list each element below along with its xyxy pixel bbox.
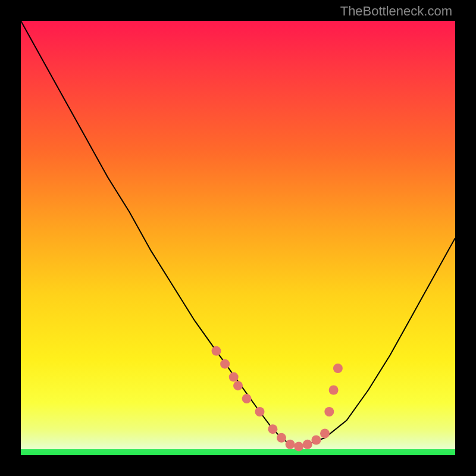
bottleneck-curve-svg xyxy=(21,21,455,455)
watermark-text: TheBottleneck.com xyxy=(0,4,476,19)
highlight-dot xyxy=(229,372,239,382)
highlight-dot xyxy=(329,386,339,395)
highlight-dot xyxy=(255,407,265,416)
highlight-dot xyxy=(294,441,303,451)
highlight-dot xyxy=(303,440,312,449)
highlight-dot xyxy=(233,381,243,390)
highlight-dot xyxy=(220,359,230,369)
chart-frame: TheBottleneck.com xyxy=(0,0,476,476)
highlight-dot xyxy=(212,346,221,356)
highlight-dot xyxy=(277,433,286,443)
highlight-dot xyxy=(311,436,321,445)
highlight-dot xyxy=(242,394,252,403)
highlight-dot xyxy=(324,407,334,416)
highlight-dots xyxy=(212,346,343,452)
highlight-dot xyxy=(286,440,295,449)
highlight-dot xyxy=(320,429,330,439)
highlight-dot xyxy=(333,364,343,373)
highlight-dot xyxy=(268,424,277,434)
